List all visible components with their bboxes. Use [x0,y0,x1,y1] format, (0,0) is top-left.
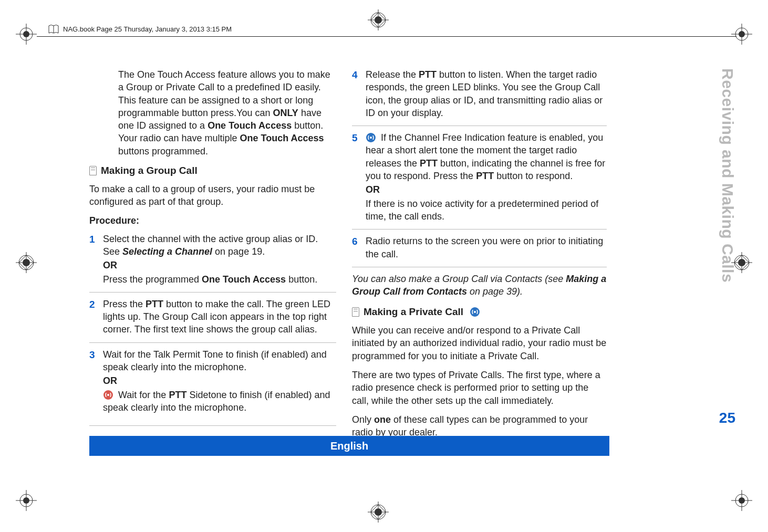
text: Press the programmed [103,274,202,285]
registration-mark-icon [16,24,42,50]
step-number: 3 [89,348,97,415]
text-bold: PTT [420,158,438,169]
section-heading-private-call: Making a Private Call [352,305,607,319]
procedure-step: 2 Press the PTT button to make the call.… [89,298,336,343]
text: Wait for the [116,390,169,400]
registration-mark-icon [16,252,42,278]
cross-ref: Selecting a Channel [122,246,212,257]
rule-line [89,425,336,426]
running-header: NAG.book Page 25 Thursday, January 3, 20… [63,25,232,33]
svg-point-34 [107,394,109,396]
text-bold: PTT [146,299,163,309]
text: Wait for the Talk Permit Tone to finish … [103,348,336,374]
step-number: 1 [89,233,97,287]
step-number: 5 [352,131,359,224]
registration-mark-icon [16,490,42,516]
procedure-step: 6 Radio returns to the screen you were o… [352,235,607,267]
section-title: Making a Private Call [364,305,463,319]
step-body: Press the PTT button to make the call. T… [103,298,336,337]
step-number: 2 [89,298,97,337]
procedure-step: 5 If the Channel Free Indication feature… [352,131,607,230]
antenna-icon [103,390,113,400]
section-title: Making a Group Call [101,164,198,178]
page-number: 25 [719,410,735,426]
procedure-step: 3 Wait for the Talk Permit Tone to finis… [89,348,336,420]
text-bold: PTT [476,171,494,181]
text: on page 19. [212,246,265,257]
text-bold: one [374,414,391,425]
section-heading-group-call: Making a Group Call [89,164,336,178]
step-body: Radio returns to the screen you were on … [366,235,607,262]
procedure-step: 4 Release the PTT button to listen. When… [352,68,607,126]
registration-mark-icon [731,490,757,516]
note-icon [352,307,359,317]
text: You can also make a Group Call via Conta… [352,274,566,284]
text-bold: PTT [419,69,437,80]
text-bold: PTT [169,390,186,400]
text: If there is no voice activity for a pred… [366,197,607,223]
step-body: Select the channel with the active group… [103,233,336,287]
text: button to respond. [494,171,573,181]
or-label: OR [103,259,336,272]
language-label: English [330,440,368,452]
or-label: OR [103,374,336,387]
language-bar: English [89,436,609,456]
text: Release the [366,69,419,80]
text-bold: ONLY [273,108,298,118]
step-number: 4 [352,68,359,120]
step-body: Wait for the Talk Permit Tone to finish … [103,348,336,415]
intro-paragraph: The One Touch Access feature allows you … [118,68,336,158]
text-bold: One Touch Access [207,120,292,131]
text: Radio returns to the screen you were on … [366,235,607,260]
svg-point-38 [474,311,476,313]
step-body: Release the PTT button to listen. When t… [366,68,607,120]
procedure-step: 1 Select the channel with the active gro… [89,233,336,293]
section-body: To make a call to a group of users, your… [89,183,336,208]
note-icon [89,166,97,175]
text: buttons programmed. [118,146,208,157]
section-body: Only one of these call types can be prog… [352,413,607,439]
antenna-icon [366,132,376,143]
procedure-label: Procedure: [89,214,336,227]
svg-point-36 [370,137,372,139]
text: button. [286,274,317,285]
left-column: The One Touch Access feature allows you … [89,68,336,445]
step-number: 6 [352,235,359,262]
cross-ref-note: You can also make a Group Call via Conta… [352,273,607,298]
text: Only [352,414,374,425]
right-column: 4 Release the PTT button to listen. When… [352,68,607,445]
section-body: While you can receive and/or respond to … [352,324,607,362]
step-body: If the Channel Free Indication feature i… [366,131,607,224]
registration-mark-icon [368,9,394,36]
registration-mark-icon [731,24,757,50]
text-bold: One Touch Access [202,274,286,285]
text-bold: One Touch Access [240,133,324,143]
text: Press the [103,299,146,309]
chapter-side-title: Receiving and Making Calls [719,68,736,283]
section-body: There are two types of Private Calls. Th… [352,369,607,407]
antenna-icon [470,307,480,317]
text: on page 39). [467,286,523,297]
or-label: OR [366,183,607,196]
rule-line [37,36,736,37]
registration-mark-icon [368,502,394,528]
content-area: The One Touch Access feature allows you … [89,68,609,445]
